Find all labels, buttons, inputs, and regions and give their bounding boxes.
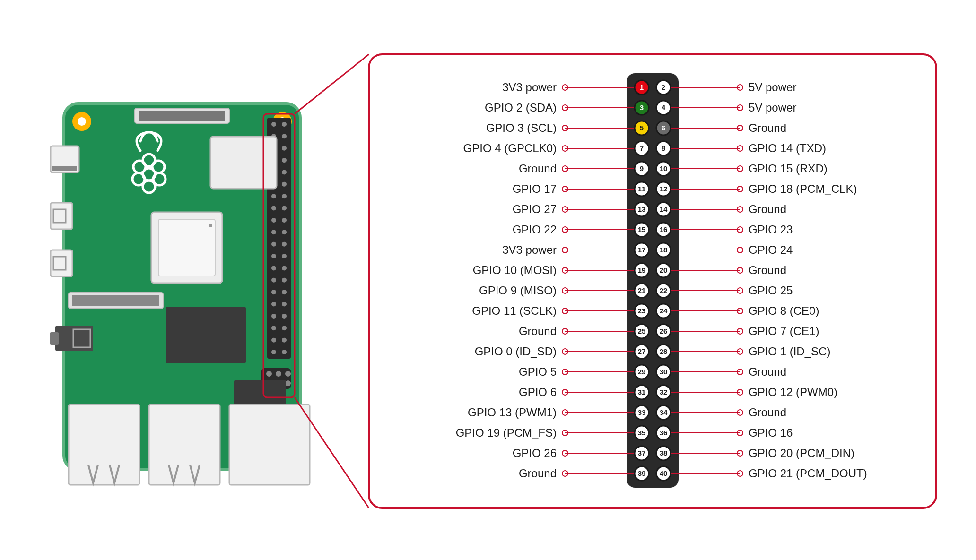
svg-text:22: 22 [660,286,668,294]
svg-point-42 [282,302,287,307]
pin-label-right: GPIO 1 (ID_SC) [749,345,830,358]
svg-point-54 [285,371,291,377]
svg-point-22 [282,182,287,187]
pin-label-left: GPIO 0 (ID_SD) [475,345,557,358]
pin-label-left: GPIO 17 [513,182,557,195]
svg-text:14: 14 [660,205,668,213]
svg-point-33 [271,254,276,258]
pin-label-left: Ground [519,467,557,480]
svg-point-2 [78,117,86,126]
svg-text:21: 21 [638,286,646,294]
svg-text:19: 19 [638,266,646,274]
svg-rect-83 [229,405,310,485]
svg-text:16: 16 [660,225,668,233]
svg-point-32 [282,242,287,247]
pin-label-right: Ground [749,264,786,276]
svg-text:18: 18 [660,246,668,254]
svg-point-36 [282,266,287,270]
svg-point-37 [271,278,276,283]
svg-text:17: 17 [638,246,646,254]
diagram-svg: 3V3 power5V powerGPIO 2 (SDA)5V powerGPI… [0,0,976,560]
svg-text:31: 31 [638,388,646,396]
svg-text:9: 9 [640,164,644,172]
svg-text:5: 5 [640,124,644,132]
svg-text:38: 38 [660,449,668,457]
pin-label-left: GPIO 19 (PCM_FS) [456,426,557,439]
pin-label-right: GPIO 21 (PCM_DOUT) [749,467,867,480]
svg-point-40 [282,290,287,294]
pin-label-right: GPIO 12 (PWM0) [749,386,837,398]
svg-text:24: 24 [660,307,668,315]
pin-header-strip [627,73,679,488]
svg-point-11 [271,122,276,127]
svg-text:27: 27 [638,347,646,355]
svg-line-84 [295,54,369,114]
gpio-pinout-diagram: 3V3 power5V powerGPIO 2 (SDA)5V powerGPI… [0,0,976,560]
pin-label-right: 5V power [749,81,796,94]
svg-rect-82 [149,405,220,485]
pin-label-right: GPIO 25 [749,284,793,297]
svg-point-14 [282,134,287,138]
svg-point-67 [209,224,212,227]
svg-point-28 [282,218,287,223]
svg-rect-10 [139,111,225,121]
svg-text:33: 33 [638,408,646,416]
svg-point-47 [271,338,276,343]
svg-text:23: 23 [638,307,646,315]
svg-point-29 [271,230,276,234]
pin-label-left: 3V3 power [502,243,557,256]
pin-label-right: GPIO 16 [749,426,793,439]
svg-text:6: 6 [662,124,665,132]
svg-point-44 [282,314,287,319]
pin-label-right: GPIO 15 (RXD) [749,162,828,175]
svg-text:35: 35 [638,429,646,437]
svg-text:29: 29 [638,368,646,376]
svg-text:13: 13 [638,205,646,213]
pin-label-left: GPIO 3 (SCL) [486,121,557,134]
svg-text:32: 32 [660,388,668,396]
svg-rect-66 [158,219,215,276]
pin-label-left: GPIO 11 (SCLK) [472,304,557,317]
svg-point-41 [271,302,276,307]
pin-label-right: Ground [749,406,786,419]
svg-text:3: 3 [640,103,644,112]
svg-rect-65 [210,137,277,189]
pin-label-left: Ground [519,162,557,175]
pin-label-left: GPIO 6 [519,386,557,398]
raspberry-pi-board [50,103,310,485]
svg-text:15: 15 [638,225,646,233]
svg-point-53 [276,371,281,377]
svg-point-46 [282,326,287,330]
svg-text:11: 11 [638,185,646,193]
svg-rect-79 [50,332,59,345]
svg-text:39: 39 [638,469,646,477]
svg-text:12: 12 [660,185,668,193]
pin-label-left: GPIO 10 (MOSI) [473,264,557,276]
svg-point-43 [271,314,276,319]
svg-point-12 [282,122,287,127]
svg-point-39 [271,290,276,294]
svg-point-48 [282,338,287,343]
pin-label-left: GPIO 2 (SDA) [485,101,557,114]
svg-point-26 [282,206,287,211]
svg-text:37: 37 [638,449,646,457]
svg-point-30 [282,230,287,234]
svg-point-34 [282,254,287,258]
svg-point-18 [282,158,287,163]
svg-point-20 [282,170,287,174]
pin-label-right: GPIO 18 (PCM_CLK) [749,182,857,195]
svg-text:1: 1 [640,83,644,91]
svg-point-50 [282,350,287,354]
pin-label-left: GPIO 5 [519,365,557,378]
svg-text:2: 2 [662,83,665,91]
pin-label-right: GPIO 7 (CE1) [749,325,819,337]
svg-point-49 [271,350,276,354]
svg-text:36: 36 [660,429,668,437]
svg-point-45 [271,326,276,330]
pin-label-right: GPIO 8 (CE0) [749,304,819,317]
svg-text:40: 40 [660,469,668,477]
svg-text:10: 10 [660,164,668,172]
pin-label-left: GPIO 27 [513,203,557,215]
svg-point-25 [271,206,276,211]
svg-text:34: 34 [660,408,668,416]
